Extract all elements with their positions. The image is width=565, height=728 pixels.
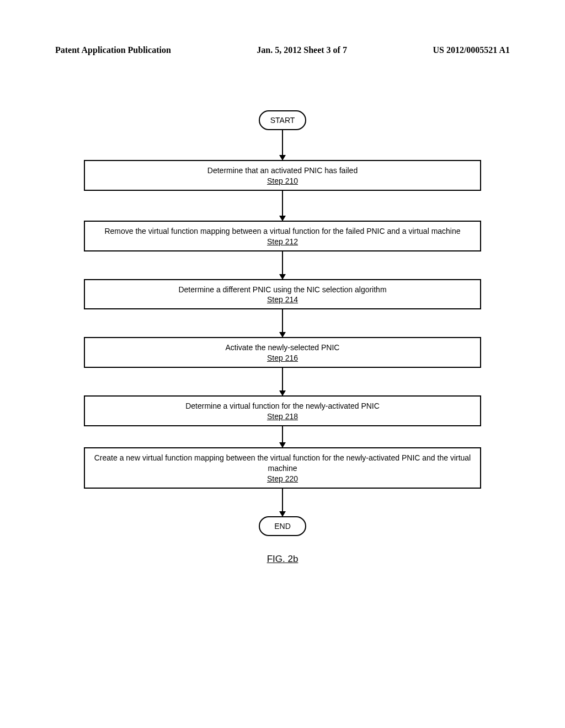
start-terminal: START [259, 110, 306, 130]
start-label: START [270, 116, 295, 125]
process-step-210: Determine that an activated PNIC has fai… [84, 160, 481, 191]
step-label: Step 218 [90, 411, 475, 422]
step-text: Activate the newly-selected PNIC [90, 342, 475, 353]
step-label: Step 220 [90, 474, 475, 484]
arrow-212-to-214 [84, 251, 481, 279]
step-text: Determine a virtual function for the new… [90, 401, 475, 411]
arrow-216-to-218 [84, 368, 481, 395]
step-label: Step 216 [90, 353, 475, 363]
step-label: Step 210 [90, 176, 475, 186]
figure-label: FIG. 2b [84, 554, 481, 565]
arrow-210-to-212 [84, 191, 481, 221]
header-center: Jan. 5, 2012 Sheet 3 of 7 [257, 45, 347, 55]
end-label: END [274, 522, 291, 531]
arrow-214-to-216 [84, 309, 481, 337]
step-text: Determine that an activated PNIC has fai… [90, 165, 475, 176]
process-step-212: Remove the virtual function mapping betw… [84, 221, 481, 251]
arrow-218-to-220 [84, 426, 481, 447]
step-label: Step 214 [90, 295, 475, 305]
page: Patent Application Publication Jan. 5, 2… [0, 0, 565, 728]
arrow-220-to-end [84, 489, 481, 516]
process-step-218: Determine a virtual function for the new… [84, 395, 481, 426]
process-step-216: Activate the newly-selected PNIC Step 21… [84, 337, 481, 368]
step-label: Step 212 [90, 237, 475, 247]
arrow-start-to-210 [84, 130, 481, 160]
step-text: Remove the virtual function mapping betw… [90, 226, 475, 237]
header-left: Patent Application Publication [55, 45, 171, 55]
flowchart: START Determine that an activated PNIC h… [84, 110, 481, 565]
header-right: US 2012/0005521 A1 [433, 45, 510, 55]
process-step-220: Create a new virtual function mapping be… [84, 447, 481, 489]
page-header: Patent Application Publication Jan. 5, 2… [55, 45, 510, 55]
process-step-214: Determine a different PNIC using the NIC… [84, 279, 481, 310]
end-terminal: END [259, 516, 306, 536]
step-text: Create a new virtual function mapping be… [90, 453, 475, 474]
step-text: Determine a different PNIC using the NIC… [90, 285, 475, 295]
